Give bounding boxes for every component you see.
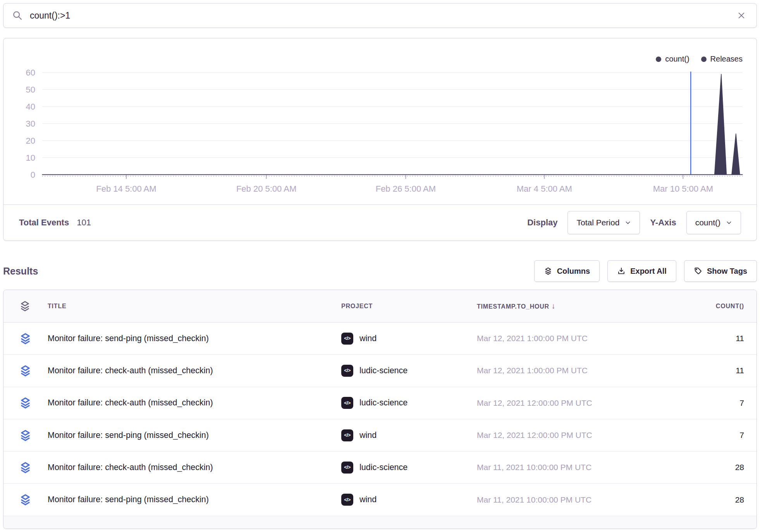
results-bar: Results Columns Export All Show Tags (3, 260, 757, 282)
timestamp-cell: Mar 11, 2021 10:00:00 PM UTC (477, 495, 664, 505)
table-footer (3, 516, 757, 529)
table-body: Monitor failure: send-ping (missed_check… (3, 323, 757, 516)
svg-text:0: 0 (31, 170, 35, 180)
project-platform-icon: </> (341, 429, 353, 441)
svg-text:30: 30 (26, 119, 35, 129)
count-cell: 28 (664, 495, 757, 505)
timestamp-cell: Mar 11, 2021 10:00:00 PM UTC (477, 463, 664, 472)
timestamp-cell: Mar 12, 2021 12:00:00 PM UTC (477, 431, 664, 440)
svg-text:Mar 10 5:00 AM: Mar 10 5:00 AM (653, 184, 713, 194)
table-row: Monitor failure: send-ping (missed_check… (3, 323, 757, 355)
column-header-project[interactable]: PROJECT (341, 303, 477, 310)
layers-icon (19, 396, 32, 409)
y-axis-label: Y-Axis (650, 218, 676, 228)
svg-text:40: 40 (26, 102, 35, 112)
layers-icon (19, 493, 32, 506)
export-all-button-label: Export All (630, 267, 667, 276)
columns-button-label: Columns (557, 267, 590, 276)
display-label: Display (527, 218, 557, 228)
event-title-link[interactable]: Monitor failure: check-auth (missed_chec… (48, 366, 213, 375)
event-title-link[interactable]: Monitor failure: send-ping (missed_check… (48, 334, 209, 343)
search-bar (3, 3, 757, 28)
svg-text:Feb 14 5:00 AM: Feb 14 5:00 AM (96, 184, 156, 194)
svg-text:10: 10 (26, 153, 35, 163)
table-row: Monitor failure: send-ping (missed_check… (3, 484, 757, 516)
project-platform-icon: </> (341, 333, 353, 345)
columns-button[interactable]: Columns (534, 260, 600, 282)
count-cell: 11 (664, 334, 757, 343)
table-row: Monitor failure: check-auth (missed_chec… (3, 387, 757, 419)
legend-label: Releases (710, 55, 743, 63)
layers-icon (19, 364, 32, 377)
project-name: wind (359, 495, 377, 505)
legend-label: count() (665, 55, 689, 63)
chevron-down-icon (726, 220, 732, 226)
layers-icon (19, 429, 32, 442)
chart-legend: count()Releases (656, 55, 743, 63)
layers-icon (19, 300, 31, 312)
project-name: wind (359, 431, 377, 440)
results-heading: Results (3, 266, 38, 277)
chart-footer: Total Events 101 Display Total Period Y-… (3, 204, 757, 241)
search-input[interactable] (30, 10, 735, 21)
project-platform-icon: </> (341, 365, 353, 377)
table-row: Monitor failure: check-auth (missed_chec… (3, 355, 757, 387)
column-header-timestamp[interactable]: TIMESTAMP.TO_HOUR↓ (477, 302, 664, 311)
column-header-count[interactable]: COUNT() (664, 303, 757, 310)
timestamp-cell: Mar 12, 2021 1:00:00 PM UTC (477, 366, 664, 375)
svg-text:50: 50 (26, 85, 35, 94)
display-dropdown-value: Total Period (576, 218, 619, 227)
y-axis-dropdown-value: count() (695, 218, 720, 227)
timestamp-cell: Mar 12, 2021 12:00:00 PM UTC (477, 398, 664, 408)
count-cell: 11 (664, 366, 757, 375)
legend-item-releases[interactable]: Releases (701, 55, 743, 63)
events-chart[interactable]: 0102030405060Feb 14 5:00 AMFeb 20 5:00 A… (3, 38, 757, 204)
legend-dot-icon (701, 57, 707, 62)
download-icon (617, 267, 626, 275)
export-all-button[interactable]: Export All (607, 260, 676, 282)
event-title-link[interactable]: Monitor failure: send-ping (missed_check… (48, 495, 209, 504)
svg-text:20: 20 (26, 136, 35, 146)
results-table: TITLE PROJECT TIMESTAMP.TO_HOUR↓ COUNT()… (3, 290, 757, 529)
total-events-label: Total Events (19, 218, 69, 228)
project-name: ludic-science (359, 398, 408, 408)
column-header-title[interactable]: TITLE (48, 303, 341, 310)
count-cell: 28 (664, 463, 757, 472)
timestamp-header-label: TIMESTAMP.TO_HOUR (477, 303, 549, 310)
legend-dot-icon (656, 57, 661, 62)
svg-text:60: 60 (26, 68, 35, 77)
search-icon (12, 10, 23, 21)
event-title-link[interactable]: Monitor failure: send-ping (missed_check… (48, 431, 209, 440)
layers-icon (544, 267, 552, 275)
chevron-down-icon (625, 220, 631, 226)
project-name: ludic-science (359, 366, 408, 376)
events-chart-svg: 0102030405060Feb 14 5:00 AMFeb 20 5:00 A… (3, 38, 757, 204)
table-row: Monitor failure: check-auth (missed_chec… (3, 451, 757, 484)
project-platform-icon: </> (341, 494, 353, 506)
svg-text:Feb 20 5:00 AM: Feb 20 5:00 AM (236, 184, 296, 194)
show-tags-button-label: Show Tags (707, 267, 747, 276)
layers-icon (19, 332, 32, 345)
total-events: Total Events 101 (19, 218, 91, 228)
total-events-value: 101 (77, 218, 91, 228)
close-icon[interactable] (735, 9, 748, 22)
show-tags-button[interactable]: Show Tags (684, 260, 757, 282)
table-header-row: TITLE PROJECT TIMESTAMP.TO_HOUR↓ COUNT() (3, 290, 757, 323)
project-platform-icon: </> (341, 397, 353, 409)
display-dropdown[interactable]: Total Period (567, 211, 640, 234)
table-row: Monitor failure: send-ping (missed_check… (3, 419, 757, 451)
svg-text:Feb 26 5:00 AM: Feb 26 5:00 AM (376, 184, 436, 194)
event-title-link[interactable]: Monitor failure: check-auth (missed_chec… (48, 463, 213, 472)
events-chart-panel: 0102030405060Feb 14 5:00 AMFeb 20 5:00 A… (3, 38, 757, 241)
y-axis-dropdown[interactable]: count() (686, 211, 741, 234)
layers-icon (19, 461, 32, 474)
legend-item-count-[interactable]: count() (656, 55, 689, 63)
sort-desc-icon: ↓ (552, 302, 555, 310)
project-name: ludic-science (359, 463, 408, 472)
event-title-link[interactable]: Monitor failure: check-auth (missed_chec… (48, 398, 213, 407)
svg-text:Mar 4 5:00 AM: Mar 4 5:00 AM (517, 184, 572, 194)
project-platform-icon: </> (341, 462, 353, 474)
project-name: wind (359, 334, 377, 343)
count-cell: 7 (664, 431, 757, 440)
timestamp-cell: Mar 12, 2021 1:00:00 PM UTC (477, 334, 664, 343)
